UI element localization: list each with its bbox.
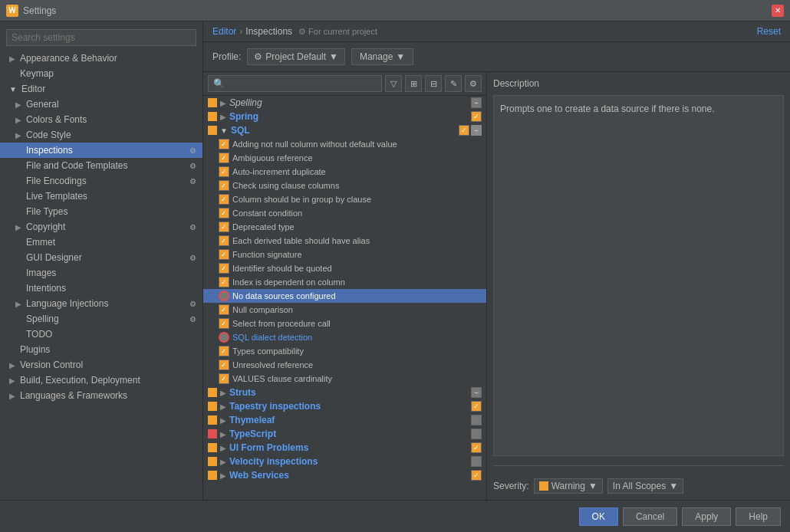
group-header-ui-form[interactable]: ▶ UI Form Problems ✓ [203,441,486,455]
sidebar-item-code-style[interactable]: ▶ Code Style [0,127,202,143]
tree-item-no-data-sources[interactable]: No data sources configured [203,289,486,303]
tree-item-adding-not-null[interactable]: ✓ Adding not null column without default… [203,137,486,151]
manage-button[interactable]: Manage ▼ [351,48,413,65]
group-checkbox-struts[interactable]: − [471,387,482,398]
cb-derived-table-alias[interactable]: ✓ [219,235,229,246]
group-checkbox-thymeleaf[interactable] [471,415,482,425]
group-checkbox-tapestry[interactable]: ✓ [471,401,482,412]
group-header-web-services[interactable]: ▶ Web Services ✓ [203,468,486,482]
cb-sql-dialect[interactable] [219,332,229,343]
cb-values-clause[interactable]: ✓ [219,373,229,384]
reset-link[interactable]: Reset [757,26,781,37]
sidebar-item-build[interactable]: ▶ Build, Execution, Deployment [0,373,202,388]
cb-auto-increment[interactable]: ✓ [219,166,229,177]
expand-button[interactable]: ⊞ [405,75,422,92]
profile-label: Profile: [212,51,241,62]
cb-index-dependent[interactable]: ✓ [219,277,229,287]
cb-null-comparison[interactable]: ✓ [219,304,229,315]
apply-button[interactable]: Apply [682,507,731,526]
tree-item-auto-increment[interactable]: ✓ Auto-increment duplicate [203,165,486,179]
sidebar-item-images[interactable]: ▶ Images [0,265,202,281]
sidebar-item-colors-fonts[interactable]: ▶ Colors & Fonts [0,112,202,127]
edit-button[interactable]: ✎ [445,75,462,92]
severity-section: Severity: Warning ▼ In All Scopes ▼ [493,465,784,494]
tree-item-constant-condition[interactable]: ✓ Constant condition [203,206,486,220]
cb-types-compat[interactable]: ✓ [219,346,229,356]
group-header-spring[interactable]: ▶ Spring ✓ [203,110,486,123]
sidebar-search-input[interactable] [6,29,196,46]
tree-item-select-procedure[interactable]: ✓ Select from procedure call [203,317,486,330]
group-header-thymeleaf[interactable]: ▶ Thymeleaf [203,413,486,427]
cb-deprecated-type[interactable]: ✓ [219,222,229,232]
sidebar-item-appearance[interactable]: ▶ Appearance & Behavior [0,51,202,66]
cb-constant-condition[interactable]: ✓ [219,208,229,218]
group-header-spelling[interactable]: ▶ Spelling − [203,96,486,110]
group-checkbox-sql[interactable]: ✓ [459,125,469,136]
collapse-button[interactable]: ⊟ [425,75,442,92]
group-minus-sql[interactable]: − [471,125,482,136]
tree-item-check-using-clause[interactable]: ✓ Check using clause columns [203,179,486,192]
cancel-button[interactable]: Cancel [623,507,677,526]
cb-function-signature[interactable]: ✓ [219,249,229,260]
scope-dropdown[interactable]: In All Scopes ▼ [607,478,683,494]
group-checkbox-spelling[interactable]: − [471,97,482,108]
sidebar-item-file-encodings[interactable]: ▶ File Encodings ⚙ [0,173,202,189]
sidebar-item-file-code-templates[interactable]: ▶ File and Code Templates ⚙ [0,158,202,173]
sidebar-item-emmet[interactable]: ▶ Emmet [0,235,202,250]
ok-button[interactable]: OK [579,507,618,526]
tree-item-values-clause[interactable]: ✓ VALUES clause cardinality [203,372,486,386]
sidebar-item-spelling[interactable]: ▶ Spelling ⚙ [0,311,202,327]
group-checkbox-ui-form[interactable]: ✓ [471,442,482,453]
group-header-tapestry[interactable]: ▶ Tapestry inspections ✓ [203,399,486,413]
group-checkbox-typescript[interactable] [471,429,482,439]
tree-item-sql-dialect[interactable]: SQL dialect detection [203,330,486,344]
sidebar-item-intentions[interactable]: ▶ Intentions [0,281,202,296]
cb-identifier-quoted[interactable]: ✓ [219,263,229,274]
sidebar-item-file-types[interactable]: ▶ File Types [0,204,202,219]
tree-item-unresolved-ref[interactable]: ✓ Unresolved reference [203,358,486,372]
tree-item-column-group-by[interactable]: ✓ Column should be in group by clause [203,192,486,206]
group-header-sql[interactable]: ▼ SQL ✓ − [203,123,486,137]
group-header-struts[interactable]: ▶ Struts − [203,386,486,399]
tree-item-identifier-quoted[interactable]: ✓ Identifier should be quoted [203,261,486,275]
cb-select-procedure[interactable]: ✓ [219,318,229,329]
group-header-velocity[interactable]: ▶ Velocity inspections [203,455,486,468]
sidebar-item-languages[interactable]: ▶ Languages & Frameworks [0,388,202,403]
cb-ambiguous-ref[interactable]: ✓ [219,153,229,163]
tree-item-derived-table-alias[interactable]: ✓ Each derived table should have alias [203,234,486,248]
sidebar-item-editor[interactable]: ▼ Editor [0,81,202,97]
group-checkbox-web-services[interactable]: ✓ [471,470,482,481]
tree-item-index-dependent[interactable]: ✓ Index is dependent on column [203,275,486,289]
sidebar-item-general[interactable]: ▶ General [0,97,202,112]
tree-search-input[interactable] [208,75,382,92]
cb-column-group-by[interactable]: ✓ [219,194,229,205]
sidebar-item-live-templates[interactable]: ▶ Live Templates [0,189,202,204]
group-checkbox-velocity[interactable] [471,456,482,467]
filter-button[interactable]: ▽ [385,75,402,92]
cb-no-data-sources[interactable] [219,291,229,301]
sidebar-item-copyright[interactable]: ▶ Copyright ⚙ [0,219,202,235]
group-checkbox-spring[interactable]: ✓ [471,111,482,122]
tree-item-types-compat[interactable]: ✓ Types compatibility [203,344,486,358]
sidebar-item-language-injections[interactable]: ▶ Language Injections ⚙ [0,296,202,311]
sidebar-item-inspections[interactable]: ▶ Inspections ⚙ [0,143,202,158]
cb-adding-not-null[interactable]: ✓ [219,139,229,149]
sidebar-item-todo[interactable]: ▶ TODO [0,327,202,342]
cb-unresolved-ref[interactable]: ✓ [219,360,229,370]
settings-button[interactable]: ⚙ [465,75,482,92]
help-button[interactable]: Help [736,507,781,526]
tree-item-function-signature[interactable]: ✓ Function signature [203,248,486,261]
severity-dropdown[interactable]: Warning ▼ [534,478,603,494]
group-header-typescript[interactable]: ▶ TypeScript [203,427,486,441]
sidebar-item-plugins[interactable]: ▶ Plugins [0,342,202,357]
sidebar-item-version-control[interactable]: ▶ Version Control [0,357,202,373]
tree-item-deprecated-type[interactable]: ✓ Deprecated type [203,220,486,234]
profile-dropdown[interactable]: ⚙ Project Default ▼ [247,48,345,65]
cb-check-using-clause[interactable]: ✓ [219,180,229,191]
sidebar-item-gui-designer[interactable]: ▶ GUI Designer ⚙ [0,250,202,265]
tree-item-null-comparison[interactable]: ✓ Null comparison [203,303,486,317]
sidebar-item-keymap[interactable]: ▶ Keymap [0,66,202,81]
tree-item-ambiguous-ref[interactable]: ✓ Ambiguous reference [203,151,486,165]
close-button[interactable]: ✕ [772,5,784,17]
breadcrumb-editor[interactable]: Editor [212,26,236,37]
